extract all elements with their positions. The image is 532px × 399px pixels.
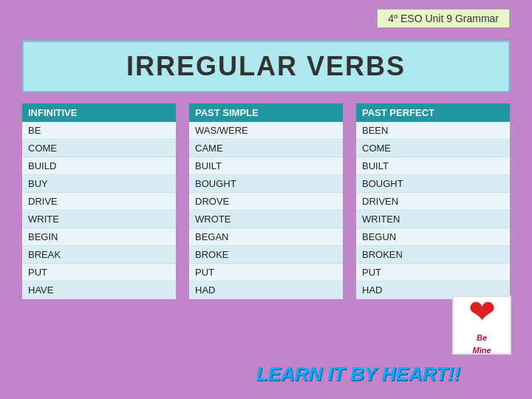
- bottom-banner: LEARN IT BY HEART!!: [207, 363, 510, 386]
- past-perfect-table: PAST PERFECT BEENCOMEBUILTBOUGHTDRIVENWR…: [356, 103, 510, 299]
- table-row: COME: [356, 140, 510, 157]
- table-row: WRITE: [22, 211, 176, 228]
- heart-icon: ❤: [468, 296, 496, 330]
- table-row: WAS/WERE: [189, 122, 343, 140]
- be-mine-text: BeMine: [472, 333, 491, 355]
- table-row: BOUGHT: [189, 175, 343, 193]
- table-row: HAD: [189, 282, 343, 299]
- top-label: 4º ESO Unit 9 Grammar: [377, 9, 510, 28]
- table-row: BUILT: [189, 157, 343, 175]
- table-row: BEEN: [356, 122, 510, 140]
- heart-image: ❤ BeMine: [452, 296, 511, 355]
- table-row: PUT: [356, 264, 510, 282]
- table-row: PUT: [22, 264, 176, 282]
- table-row: BROKEN: [356, 246, 510, 264]
- table-row: BE: [22, 122, 176, 140]
- table-row: DROVE: [189, 193, 343, 211]
- cta-text: LEARN IT BY HEART!!: [256, 363, 460, 385]
- infinitive-header: INFINITIVE: [22, 103, 176, 122]
- table-row: BOUGHT: [356, 175, 510, 193]
- table-row: DRIVEN: [356, 193, 510, 211]
- table-row: BUILD: [22, 157, 176, 175]
- table-row: BEGAN: [189, 228, 343, 246]
- table-row: WROTE: [189, 211, 343, 228]
- infinitive-table: INFINITIVE BECOMEBUILDBUYDRIVEWRITEBEGIN…: [22, 103, 176, 299]
- table-row: WRITEN: [356, 211, 510, 228]
- table-row: COME: [22, 140, 176, 157]
- title-banner: IRREGULAR VERBS: [22, 41, 510, 92]
- table-row: BEGIN: [22, 228, 176, 246]
- past-simple-header: PAST SIMPLE: [189, 103, 343, 122]
- table-row: BUILT: [356, 157, 510, 175]
- table-row: HAVE: [22, 282, 176, 299]
- table-row: BREAK: [22, 246, 176, 264]
- past-simple-table: PAST SIMPLE WAS/WERECAMEBUILTBOUGHTDROVE…: [189, 103, 343, 299]
- past-perfect-header: PAST PERFECT: [356, 103, 510, 122]
- table-row: BUY: [22, 175, 176, 193]
- table-row: DRIVE: [22, 193, 176, 211]
- table-row: PUT: [189, 264, 343, 282]
- tables-area: INFINITIVE BECOMEBUILDBUYDRIVEWRITEBEGIN…: [22, 103, 510, 299]
- table-row: CAME: [189, 140, 343, 157]
- table-row: BROKE: [189, 246, 343, 264]
- page-title: IRREGULAR VERBS: [126, 51, 406, 81]
- table-row: BEGUN: [356, 228, 510, 246]
